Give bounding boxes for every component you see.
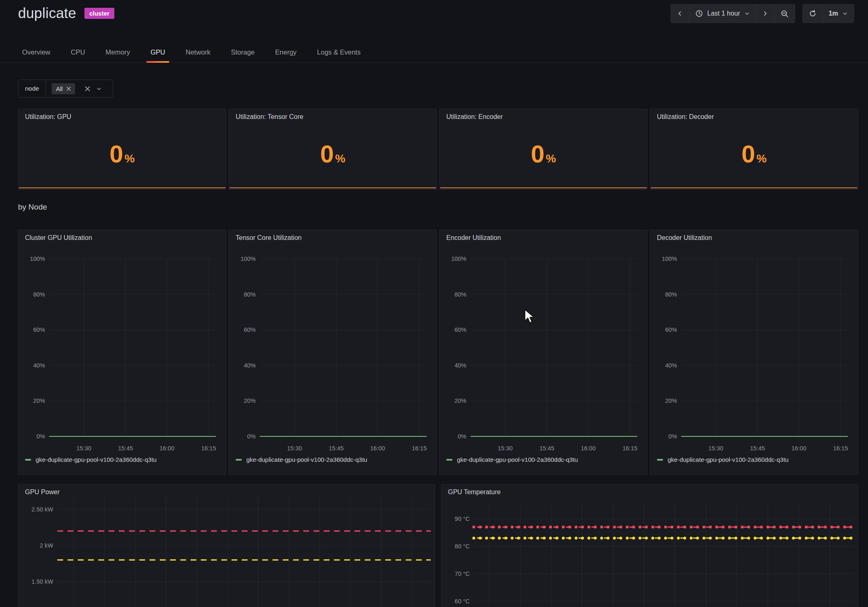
stat-sparkline bbox=[651, 187, 857, 188]
stat-panel-decoder: Utilization: Decoder 0% bbox=[650, 109, 858, 190]
svg-text:20%: 20% bbox=[665, 397, 677, 404]
stat-panel-gpu: Utilization: GPU 0% bbox=[18, 109, 226, 190]
svg-text:15:45: 15:45 bbox=[750, 445, 765, 452]
svg-text:20%: 20% bbox=[33, 397, 45, 404]
refresh-icon bbox=[809, 9, 817, 18]
svg-text:16:00: 16:00 bbox=[159, 445, 174, 452]
filter-label: node bbox=[18, 80, 46, 98]
chevron-right-icon bbox=[762, 10, 768, 17]
time-range-picker[interactable]: Last 1 hour bbox=[689, 5, 756, 23]
tab-cpu[interactable]: CPU bbox=[70, 42, 86, 62]
zoom-out-time-button[interactable] bbox=[774, 5, 795, 23]
legend-label: gke-duplicate-gpu-pool-v100-2a360ddc-q3t… bbox=[668, 456, 788, 463]
stat-unit: % bbox=[335, 152, 345, 165]
clear-all-icon[interactable] bbox=[85, 86, 90, 91]
svg-text:60%: 60% bbox=[33, 326, 45, 333]
tab-logs-events[interactable]: Logs & Events bbox=[316, 42, 361, 62]
tab-storage[interactable]: Storage bbox=[230, 42, 255, 62]
svg-text:16:15: 16:15 bbox=[201, 445, 216, 452]
cluster-badge[interactable]: cluster bbox=[84, 8, 114, 19]
refresh-group: 1m bbox=[802, 4, 854, 23]
svg-text:80 °C: 80 °C bbox=[455, 543, 470, 550]
stat-value: 0 bbox=[320, 142, 334, 167]
dashboard-header: duplicate cluster bbox=[18, 5, 114, 21]
svg-text:0%: 0% bbox=[36, 433, 45, 440]
tab-network[interactable]: Network bbox=[185, 42, 211, 62]
svg-text:15:45: 15:45 bbox=[329, 445, 343, 452]
legend-item[interactable]: gke-duplicate-gpu-pool-v100-2a360ddc-q3t… bbox=[236, 456, 367, 463]
stat-sparkline bbox=[229, 187, 436, 188]
section-title-by-node[interactable]: by Node bbox=[18, 203, 47, 212]
svg-text:16:15: 16:15 bbox=[623, 445, 637, 452]
svg-text:0%: 0% bbox=[458, 433, 466, 440]
panel-title[interactable]: GPU Power bbox=[25, 488, 59, 496]
time-series-plot: 90 °C80 °C70 °C60 °C bbox=[441, 484, 858, 607]
svg-text:16:15: 16:15 bbox=[833, 445, 848, 452]
panel-title[interactable]: Decoder Utilization bbox=[657, 234, 712, 242]
panel-title[interactable]: Utilization: GPU bbox=[25, 113, 71, 121]
svg-text:15:30: 15:30 bbox=[287, 445, 302, 452]
panel-title[interactable]: GPU Temperature bbox=[448, 488, 501, 496]
dashboard-tabs: Overview CPU Memory GPU Network Storage … bbox=[0, 42, 868, 63]
refresh-button[interactable] bbox=[803, 5, 823, 23]
svg-text:0%: 0% bbox=[247, 433, 256, 440]
svg-text:40%: 40% bbox=[665, 362, 677, 369]
chart-panel-cluster-gpu-utilization: Cluster GPU Utilization 15:3015:4516:001… bbox=[18, 230, 226, 475]
legend-label: gke-duplicate-gpu-pool-v100-2a360ddc-q3t… bbox=[457, 456, 578, 463]
legend-item[interactable]: gke-duplicate-gpu-pool-v100-2a360ddc-q3t… bbox=[446, 456, 578, 463]
legend-label: gke-duplicate-gpu-pool-v100-2a360ddc-q3t… bbox=[246, 456, 367, 463]
svg-text:15:45: 15:45 bbox=[118, 445, 133, 452]
time-shift-back-button[interactable] bbox=[671, 5, 689, 23]
stat-sparkline bbox=[440, 187, 647, 188]
svg-text:15:45: 15:45 bbox=[539, 445, 554, 452]
time-toolbar: Last 1 hour 1m bbox=[670, 4, 854, 23]
time-shift-forward-button[interactable] bbox=[756, 5, 774, 23]
time-series-plot: 15:3015:4516:0016:15100%80%60%40%20%0% bbox=[229, 230, 436, 475]
panel-title[interactable]: Tensor Core Utilization bbox=[236, 234, 302, 242]
svg-text:60%: 60% bbox=[244, 326, 256, 333]
clock-icon bbox=[695, 9, 703, 18]
svg-text:2 kW: 2 kW bbox=[40, 542, 53, 549]
stat-sparkline bbox=[19, 187, 225, 188]
page-title: duplicate bbox=[18, 5, 76, 21]
panel-title[interactable]: Encoder Utilization bbox=[446, 234, 501, 242]
chevron-down-icon[interactable] bbox=[96, 86, 102, 92]
tab-memory[interactable]: Memory bbox=[105, 42, 131, 62]
time-series-plot: 15:3015:4516:0016:15100%80%60%40%20%0% bbox=[440, 230, 647, 475]
chevron-down-icon bbox=[744, 11, 750, 16]
legend-swatch bbox=[236, 459, 242, 461]
panel-title[interactable]: Utilization: Encoder bbox=[446, 113, 503, 121]
stat-value: 0 bbox=[741, 142, 755, 167]
chart-panel-gpu-power: GPU Power 2.50 kW2 kW1.50 kW bbox=[18, 484, 435, 607]
svg-text:16:00: 16:00 bbox=[370, 445, 385, 452]
time-series-plot: 15:3015:4516:0016:15100%80%60%40%20%0% bbox=[650, 230, 858, 475]
legend-item[interactable]: gke-duplicate-gpu-pool-v100-2a360ddc-q3t… bbox=[25, 456, 157, 463]
svg-text:16:00: 16:00 bbox=[791, 445, 806, 452]
svg-text:60%: 60% bbox=[665, 326, 677, 333]
stat-value: 0 bbox=[531, 142, 544, 167]
stat-unit: % bbox=[125, 152, 135, 165]
svg-text:20%: 20% bbox=[454, 397, 466, 404]
svg-text:100%: 100% bbox=[30, 256, 45, 262]
time-picker-group: Last 1 hour bbox=[670, 4, 795, 23]
refresh-interval-dropdown[interactable]: 1m bbox=[823, 5, 854, 23]
svg-text:90 °C: 90 °C bbox=[455, 516, 470, 522]
time-series-plot: 2.50 kW2 kW1.50 kW bbox=[18, 484, 435, 607]
panel-title[interactable]: Cluster GPU Utilization bbox=[25, 234, 92, 242]
tab-energy[interactable]: Energy bbox=[274, 42, 297, 62]
stat-value: 0 bbox=[109, 142, 123, 167]
legend-item[interactable]: gke-duplicate-gpu-pool-v100-2a360ddc-q3t… bbox=[657, 456, 788, 463]
legend-swatch bbox=[657, 459, 663, 461]
filter-value-dropdown[interactable]: All bbox=[46, 80, 113, 98]
tab-gpu[interactable]: GPU bbox=[150, 42, 166, 62]
tab-overview[interactable]: Overview bbox=[21, 42, 51, 62]
svg-text:80%: 80% bbox=[244, 291, 256, 298]
panel-title[interactable]: Utilization: Decoder bbox=[657, 113, 714, 121]
filter-chip-all[interactable]: All bbox=[52, 83, 75, 94]
remove-filter-icon[interactable] bbox=[66, 87, 71, 91]
legend-label: gke-duplicate-gpu-pool-v100-2a360ddc-q3t… bbox=[36, 456, 157, 463]
panel-title[interactable]: Utilization: Tensor Core bbox=[236, 113, 303, 121]
chart-panel-tensor-core-utilization: Tensor Core Utilization 15:3015:4516:001… bbox=[229, 230, 437, 475]
chart-panel-encoder-utilization: Encoder Utilization 15:3015:4516:0016:15… bbox=[439, 230, 648, 475]
svg-text:15:30: 15:30 bbox=[709, 445, 723, 452]
